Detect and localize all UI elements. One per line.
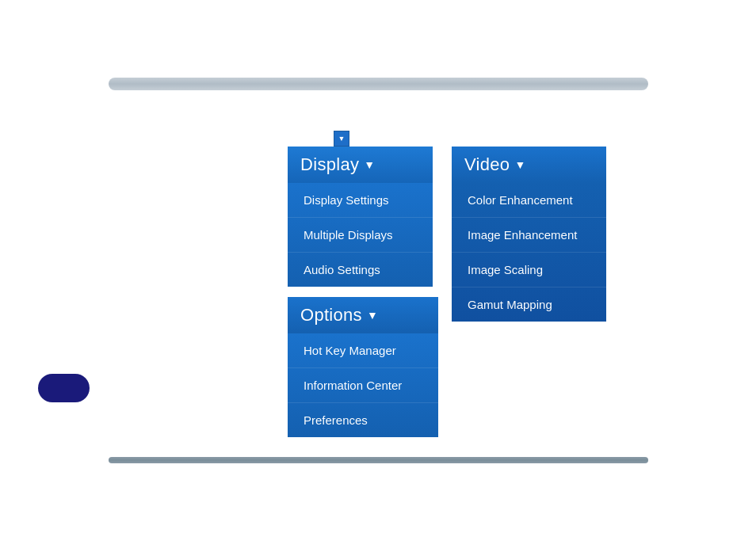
information-center-item[interactable]: Information Center <box>288 367 438 402</box>
display-menu-header[interactable]: Display ▼ <box>288 147 433 183</box>
image-scaling-item[interactable]: Image Scaling <box>452 252 606 287</box>
top-scrollbar <box>109 78 648 90</box>
display-menu-title: Display <box>300 154 359 175</box>
display-menu: Display ▼ Display Settings Multiple Disp… <box>288 147 433 287</box>
display-menu-arrow: ▼ <box>364 158 375 171</box>
color-enhancement-item[interactable]: Color Enhancement <box>452 183 606 217</box>
video-menu-arrow: ▼ <box>514 158 525 171</box>
options-menu-arrow: ▼ <box>367 309 378 322</box>
video-menu: Video ▼ Color Enhancement Image Enhancem… <box>452 147 606 322</box>
hot-key-manager-item[interactable]: Hot Key Manager <box>288 333 438 367</box>
options-menu: Options ▼ Hot Key Manager Information Ce… <box>288 297 438 437</box>
audio-settings-item[interactable]: Audio Settings <box>288 252 433 287</box>
display-menu-items: Display Settings Multiple Displays Audio… <box>288 183 433 287</box>
gamut-mapping-item[interactable]: Gamut Mapping <box>452 287 606 322</box>
options-menu-header[interactable]: Options ▼ <box>288 297 438 333</box>
video-menu-items: Color Enhancement Image Enhancement Imag… <box>452 183 606 322</box>
multiple-displays-item[interactable]: Multiple Displays <box>288 217 433 252</box>
options-menu-items: Hot Key Manager Information Center Prefe… <box>288 333 438 437</box>
action-button[interactable] <box>38 374 90 402</box>
display-settings-item[interactable]: Display Settings <box>288 183 433 217</box>
bottom-scrollbar <box>109 457 648 463</box>
video-menu-header[interactable]: Video ▼ <box>452 147 606 183</box>
image-enhancement-item[interactable]: Image Enhancement <box>452 217 606 252</box>
video-menu-title: Video <box>464 154 510 175</box>
preferences-item[interactable]: Preferences <box>288 402 438 437</box>
options-menu-title: Options <box>300 305 362 326</box>
dropdown-indicator[interactable] <box>334 131 349 147</box>
